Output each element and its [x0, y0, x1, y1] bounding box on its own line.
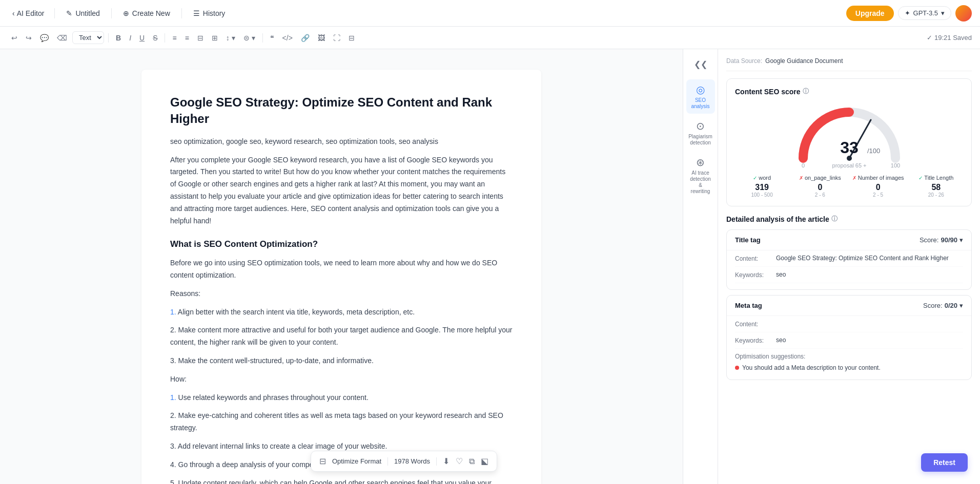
blockquote-button[interactable]: ❝ [267, 32, 277, 44]
title-tag-content-row: Content: Google SEO Strategy: Optimize S… [735, 250, 963, 267]
links-cross-icon: ✗ [799, 175, 803, 181]
bottom-bar-divider-2 [436, 457, 437, 466]
sidebar-item-seo-analysis[interactable]: ◎ SEOanalysis [686, 79, 715, 114]
align-left-button[interactable]: ≡ [169, 32, 179, 44]
collapse-button[interactable]: ❮❮ [690, 55, 711, 73]
detailed-analysis-title: Detailed analysis of the article ⓘ [726, 215, 972, 223]
body-para-1: seo optimization, google seo, keyword re… [170, 136, 513, 148]
history-button[interactable]: ☰ History [188, 7, 231, 19]
word-check-icon: ✓ [753, 175, 757, 181]
title-tag-score: Score: 90/90 ▾ [920, 236, 963, 244]
link-button[interactable]: 🔗 [298, 32, 313, 44]
code-button[interactable]: </> [279, 32, 296, 44]
plus-circle-icon: ⊕ [123, 9, 129, 17]
copy-button[interactable]: ⧉ [469, 457, 475, 466]
toolbar: ↩ ↪ 💬 ⌫ Text B I U S ≡ ≡ ⊟ ⊞ ↕ ▾ ⊜ ▾ ❝ <… [0, 27, 980, 49]
text-align-button[interactable]: ⊜ ▾ [240, 32, 258, 44]
image-button[interactable]: 🖼 [315, 32, 328, 44]
favorite-button[interactable]: ♡ [456, 456, 463, 466]
nav-divider-3 [181, 8, 182, 18]
avatar[interactable] [955, 5, 972, 22]
title-check-icon: ✓ [918, 175, 923, 181]
body-how-2: 2. Make eye-catching and coherent titles… [170, 410, 513, 434]
body-how-label: How: [170, 373, 513, 386]
sidebar-item-ai-trace[interactable]: ⊛ AI tracedetection&rewriting [686, 152, 715, 199]
italic-button[interactable]: I [126, 32, 134, 44]
metric-title-length: ✓ Title Length 58 20 - 26 [909, 175, 963, 198]
gauge-container: 33 /100 0 proposal 65 + 100 [735, 102, 963, 169]
unordered-list-button[interactable]: ⊞ [209, 32, 221, 44]
data-source-bar: Data Source: Google Guidance Document [726, 57, 972, 71]
retest-button[interactable]: Retest [921, 453, 968, 472]
fullscreen-button[interactable]: ⛶ [330, 32, 343, 44]
seo-score-title: Content SEO score ⓘ [735, 87, 963, 96]
page-break-button[interactable]: ⊟ [345, 32, 358, 44]
detail-info-icon[interactable]: ⓘ [831, 215, 838, 223]
word-count-label: 1978 Words [394, 457, 430, 465]
share-button[interactable]: ⬕ [481, 456, 488, 466]
ordered-list-button[interactable]: ⊟ [194, 32, 207, 44]
metric-word: ✓ word 319 100 - 500 [735, 175, 789, 198]
side-icon-panel: ❮❮ ◎ SEOanalysis ⊙ Plagiarismdetection ⊛… [683, 49, 718, 484]
title-length-label: Title Length [924, 175, 953, 181]
format-select[interactable]: Text [72, 31, 104, 44]
edit-icon: ✎ [66, 9, 72, 17]
seo-panel: Data Source: Google Guidance Document Co… [718, 49, 980, 484]
toolbar-sep-2 [165, 33, 165, 43]
editor-content: Google SEO Strategy: Optimize SEO Conten… [141, 70, 541, 484]
title-tag-card: Title tag Score: 90/90 ▾ Content: Google… [726, 229, 972, 290]
line-height-button[interactable]: ↕ ▾ [223, 32, 238, 44]
doc-title-button[interactable]: ✎ Untitled [61, 7, 105, 19]
meta-tag-header[interactable]: Meta tag Score: 0/20 ▾ [727, 296, 971, 315]
redo-button[interactable]: ↪ [23, 32, 35, 44]
metric-images: ✗ Number of images 0 2 - 5 [851, 175, 905, 198]
score-info-icon[interactable]: ⓘ [803, 87, 809, 96]
plagiarism-icon: ⊙ [696, 120, 705, 132]
svg-text:100: 100 [890, 162, 900, 169]
title-tag-header[interactable]: Title tag Score: 90/90 ▾ [727, 230, 971, 250]
comment-button[interactable]: 💬 [37, 32, 52, 44]
strikethrough-button[interactable]: S [150, 32, 160, 44]
links-label: on_page_links [805, 175, 841, 181]
body-para-3: Before we go into using SEO optimization… [170, 257, 513, 282]
doc-title: Google SEO Strategy: Optimize SEO Conten… [170, 94, 513, 128]
ai-editor-back-button[interactable]: ‹ AI Editor [8, 7, 48, 19]
undo-button[interactable]: ↩ [8, 32, 21, 44]
top-nav: ‹ AI Editor ✎ Untitled ⊕ Create New ☰ Hi… [0, 0, 980, 27]
images-range: 2 - 5 [851, 192, 905, 198]
gpt-model-button[interactable]: ✦ GPT-3.5 ▾ [898, 6, 951, 20]
bottom-bar: ⊟ Optimize Format 1978 Words ⬇ ♡ ⧉ ⬕ [311, 451, 497, 472]
seo-analysis-label: SEOanalysis [691, 97, 709, 110]
optimize-format-icon: ⊟ [319, 456, 326, 466]
main-layout: Google SEO Strategy: Optimize SEO Conten… [0, 49, 980, 484]
nav-divider-1 [54, 8, 55, 18]
doc-body[interactable]: seo optimization, google seo, keyword re… [170, 136, 513, 484]
body-reason-3: 3. Make the content well-structured, up-… [170, 355, 513, 367]
seo-score-card: Content SEO score ⓘ 33 [726, 78, 972, 206]
create-new-button[interactable]: ⊕ Create New [118, 7, 175, 19]
images-cross-icon: ✗ [852, 175, 856, 181]
body-how-5: 5. Update content regularly, which can h… [170, 477, 513, 484]
download-button[interactable]: ⬇ [443, 456, 450, 466]
spark-icon: ✦ [905, 9, 910, 17]
meta-tag-score: Score: 0/20 ▾ [923, 302, 963, 309]
title-length-range: 20 - 26 [909, 192, 963, 198]
back-chevron-icon: ‹ [12, 9, 15, 17]
upgrade-button[interactable]: Upgrade [846, 6, 894, 21]
metric-on-page-links: ✗ on_page_links 0 2 - 6 [793, 175, 847, 198]
align-center-button[interactable]: ≡ [182, 32, 192, 44]
nav-divider-2 [111, 8, 112, 18]
title-tag-label: Title tag [735, 236, 761, 244]
eraser-button[interactable]: ⌫ [54, 32, 70, 44]
bold-button[interactable]: B [113, 32, 124, 44]
editor-area[interactable]: Google SEO Strategy: Optimize SEO Conten… [0, 49, 683, 484]
sidebar-item-plagiarism[interactable]: ⊙ Plagiarismdetection [686, 116, 715, 150]
bottom-bar-divider-1 [387, 457, 388, 466]
images-value: 0 [851, 183, 905, 192]
body-heading-1: What is SEO Content Optimization? [170, 237, 513, 252]
underline-button[interactable]: U [136, 32, 148, 44]
svg-text:33: 33 [840, 138, 859, 157]
body-reason-1: 1. Align better with the search intent v… [170, 306, 513, 319]
svg-text:proposal 65 +: proposal 65 + [832, 162, 866, 169]
suggest-dot-icon [735, 366, 739, 370]
